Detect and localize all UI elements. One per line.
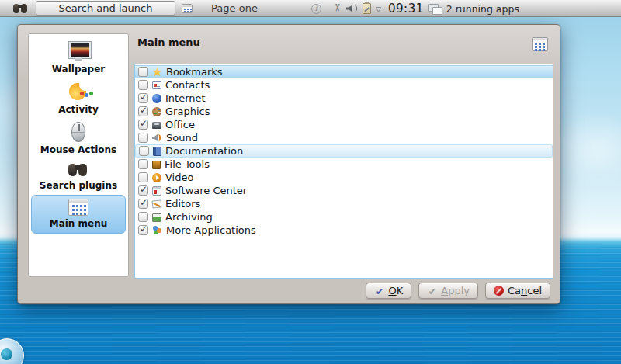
menu-item-label: Bookmarks — [166, 66, 223, 78]
ok-button[interactable]: OK — [366, 283, 411, 299]
checkbox-graphics[interactable] — [138, 106, 148, 116]
checkbox-contacts[interactable] — [138, 80, 148, 90]
menu-item-contacts[interactable]: Contacts — [135, 78, 553, 92]
sidebar-item-main-menu[interactable]: Main menu — [31, 195, 126, 234]
top-panel: Search and launch Page one 09:31 2 runni… — [0, 0, 621, 17]
menu-item-label: Graphics — [165, 106, 210, 117]
menu-category-list: BookmarksContactsInternetGraphicsOfficeS… — [134, 64, 553, 279]
dialog-sidebar: WallpaperActivityMouse ActionsSearch plu… — [28, 33, 129, 277]
ok-check-icon — [374, 286, 384, 296]
menu-grid-icon — [532, 37, 548, 51]
sidebar-item-mouse-actions[interactable]: Mouse Actions — [31, 119, 126, 159]
menu-item-label: Documentation — [165, 145, 243, 157]
checkbox-editors[interactable] — [138, 199, 148, 209]
internet-icon — [152, 94, 161, 103]
menu-item-software-center[interactable]: Software Center — [135, 184, 553, 197]
menu-grid-icon — [68, 199, 88, 216]
video-icon — [152, 173, 161, 182]
wallpaper-icon — [68, 41, 89, 61]
sidebar-item-label: Mouse Actions — [40, 144, 116, 155]
documentation-icon — [153, 147, 161, 156]
button-label: Apply — [441, 285, 470, 296]
button-label: OK — [388, 285, 403, 296]
archiving-icon — [152, 213, 161, 222]
apply-check-icon — [427, 286, 437, 296]
software-center-icon — [152, 186, 161, 196]
menu-item-office[interactable]: Office — [135, 118, 553, 131]
menu-item-label: Sound — [166, 132, 198, 144]
activity-icon — [68, 81, 89, 102]
binoculars-icon — [67, 162, 90, 178]
binoculars-icon[interactable] — [12, 4, 29, 14]
sidebar-item-wallpaper[interactable]: Wallpaper — [31, 38, 126, 78]
info-icon[interactable] — [311, 4, 321, 14]
menu-item-archiving[interactable]: Archiving — [135, 210, 553, 224]
dialog-button-row: OKApplyCancel — [18, 283, 550, 299]
menu-item-label: More Applications — [166, 224, 256, 236]
volume-icon[interactable] — [346, 4, 358, 14]
editors-icon — [152, 199, 162, 208]
tab-search-and-launch[interactable]: Search and launch — [36, 1, 175, 16]
graphics-icon — [152, 107, 161, 116]
checkbox-bookmarks[interactable] — [138, 67, 148, 77]
sound-icon — [152, 133, 162, 143]
menu-item-label: File Tools — [165, 158, 210, 170]
checkbox-software-center[interactable] — [138, 185, 148, 196]
sidebar-item-label: Search plugins — [40, 180, 117, 191]
page-title: Main menu — [137, 36, 200, 48]
windows-icon[interactable] — [428, 4, 442, 14]
checkbox-internet[interactable] — [138, 93, 148, 103]
cancel-button[interactable]: Cancel — [485, 283, 550, 299]
running-apps-label[interactable]: 2 running apps — [446, 3, 519, 15]
menu-item-label: Contacts — [165, 79, 210, 91]
menu-item-internet[interactable]: Internet — [135, 92, 553, 105]
scissors-icon[interactable] — [331, 3, 342, 14]
checkbox-sound[interactable] — [138, 133, 148, 143]
sidebar-item-label: Wallpaper — [52, 64, 105, 75]
button-label: Cancel — [508, 285, 542, 296]
settings-dialog: WallpaperActivityMouse ActionsSearch plu… — [17, 24, 560, 304]
tab-page-one[interactable]: Page one — [196, 2, 273, 16]
menu-item-more-applications[interactable]: More Applications — [135, 224, 553, 237]
menu-item-file-tools[interactable]: File Tools — [135, 158, 553, 171]
menu-item-sound[interactable]: Sound — [135, 131, 553, 144]
menu-item-label: Software Center — [165, 185, 247, 196]
apply-button[interactable]: Apply — [418, 283, 478, 299]
menu-item-bookmarks[interactable]: Bookmarks — [135, 65, 553, 78]
file-tools-icon — [152, 161, 161, 169]
office-icon — [152, 122, 161, 129]
desktop-screen: Search and launch Page one 09:31 2 runni… — [0, 0, 621, 364]
checkbox-file-tools[interactable] — [138, 159, 148, 169]
checkbox-office[interactable] — [138, 120, 148, 130]
mouse-icon — [71, 122, 85, 142]
menu-item-label: Archiving — [165, 211, 213, 223]
sidebar-item-activity[interactable]: Activity — [31, 78, 126, 119]
menu-item-editors[interactable]: Editors — [135, 197, 553, 210]
sidebar-item-label: Activity — [58, 104, 99, 115]
sidebar-item-label: Main menu — [50, 218, 108, 229]
menu-item-video[interactable]: Video — [135, 171, 553, 184]
contacts-icon — [152, 81, 161, 89]
checkbox-video[interactable] — [138, 172, 148, 182]
sidebar-item-search-plugins[interactable]: Search plugins — [31, 159, 126, 195]
menu-item-documentation[interactable]: Documentation — [135, 144, 553, 158]
tray-icon-group — [311, 3, 383, 15]
menu-item-label: Editors — [165, 198, 200, 210]
more-applications-icon — [152, 225, 162, 235]
menu-item-label: Video — [165, 172, 193, 183]
expand-arrow-icon[interactable] — [376, 4, 383, 13]
bookmarks-icon — [152, 67, 162, 77]
clipboard-icon[interactable] — [363, 3, 371, 14]
system-tray: 09:31 2 running apps — [311, 0, 519, 17]
menu-item-label: Internet — [165, 92, 206, 104]
page-grid-icon[interactable] — [182, 4, 193, 13]
checkbox-archiving[interactable] — [138, 212, 148, 222]
cancel-icon — [494, 286, 504, 296]
menu-item-graphics[interactable]: Graphics — [135, 105, 553, 118]
menu-item-label: Office — [165, 119, 195, 130]
checkbox-documentation[interactable] — [139, 146, 149, 156]
digital-clock[interactable]: 09:31 — [388, 2, 424, 16]
checkbox-more-applications[interactable] — [138, 225, 148, 235]
